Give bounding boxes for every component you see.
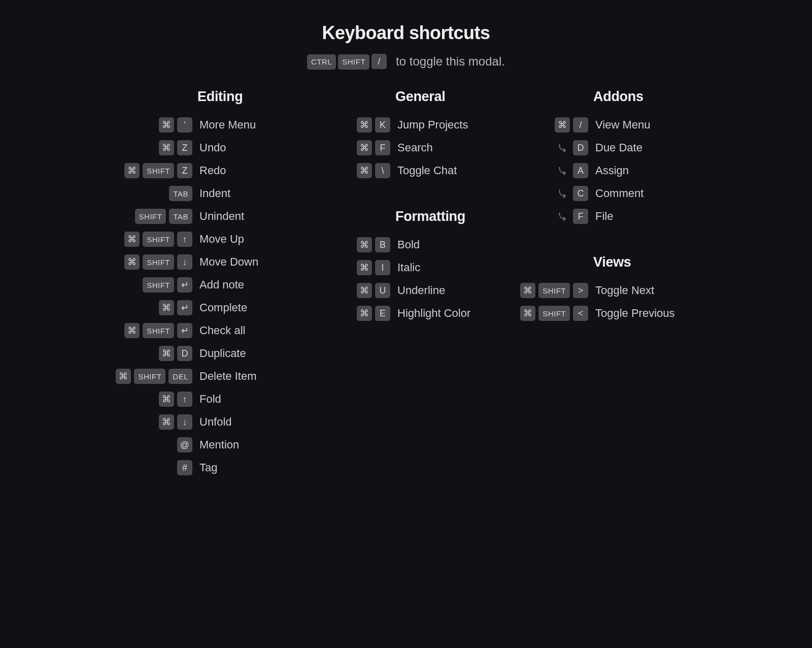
- key-enter: ↵: [177, 300, 192, 315]
- shortcut-label: Move Down: [199, 255, 258, 269]
- shortcut-keys: ⌘↵: [114, 300, 192, 315]
- shortcut-row: ⌘SHIFT↓Move Down: [114, 251, 302, 274]
- shortcut-keys: A: [510, 163, 588, 178]
- shortcut-row: ⌘IItalic: [312, 256, 500, 279]
- shortcut-label: View Menu: [595, 118, 650, 132]
- shortcut-keys: ⌘B: [312, 237, 390, 252]
- key-e: E: [375, 306, 390, 321]
- shortcut-keys: ⌘\: [312, 163, 390, 178]
- then-arrow-icon: [557, 165, 569, 177]
- key-cmd: ⌘: [357, 306, 372, 321]
- key-lt: <: [573, 306, 588, 321]
- shortcut-row: ⌘SHIFT↑Move Up: [114, 228, 302, 251]
- shortcut-keys: ⌘I: [312, 260, 390, 275]
- key-cmd: ⌘: [159, 346, 174, 361]
- key-cmd: ⌘: [357, 237, 372, 252]
- shortcut-row: ⌘FSearch: [312, 137, 500, 159]
- shortcut-keys: ⌘D: [114, 346, 192, 361]
- shortcut-label: Bold: [397, 238, 420, 251]
- key-up: ↑: [177, 392, 192, 407]
- key-a: A: [573, 163, 588, 178]
- shortcut-label: Highlight Color: [397, 307, 470, 320]
- key-z: Z: [177, 140, 192, 155]
- shortcut-keys: ⌘/: [510, 117, 588, 133]
- shortcut-row: ⌘KJump Projects: [312, 114, 500, 137]
- shortcut-keys: ⌘SHIFT<: [510, 306, 588, 321]
- shortcut-label: Undo: [199, 141, 226, 154]
- key-f: F: [375, 140, 390, 155]
- key-cmd: ⌘: [124, 163, 140, 178]
- shortcut-row: @Mention: [114, 434, 302, 457]
- shortcut-label: Unfold: [199, 415, 232, 429]
- shortcut-keys: ⌘↓: [114, 414, 192, 430]
- shortcut-row: ⌘/View Menu: [510, 114, 698, 137]
- shortcut-row: ⌘ZUndo: [114, 137, 302, 159]
- section-views: Views⌘SHIFT>Toggle Next⌘SHIFT<Toggle Pre…: [510, 254, 698, 325]
- key-cmd: ⌘: [159, 140, 174, 155]
- shortcut-keys: SHIFTTAB: [114, 209, 192, 224]
- shortcut-keys: F: [510, 209, 588, 224]
- section-general: General⌘KJump Projects⌘FSearch⌘\Toggle C…: [312, 89, 500, 182]
- shortcut-label: Tag: [199, 461, 217, 474]
- shortcut-label: Toggle Previous: [595, 307, 675, 320]
- key-down: ↓: [177, 254, 192, 270]
- key-shift: SHIFT: [143, 254, 174, 270]
- key-i: I: [375, 260, 390, 275]
- shortcut-keys: ⌘SHIFTZ: [114, 163, 192, 178]
- key-tab: TAB: [169, 209, 192, 224]
- shortcut-row: TABIndent: [114, 182, 302, 205]
- shortcut-label: Mention: [199, 438, 239, 451]
- shortcut-label: Comment: [595, 187, 644, 200]
- shortcut-label: Assign: [595, 164, 629, 177]
- key-apos: ’: [177, 117, 192, 133]
- key-cmd: ⌘: [357, 140, 372, 155]
- shortcut-row: #Tag: [114, 457, 302, 479]
- key-shift: SHIFT: [143, 277, 174, 293]
- toggle-hint: CTRLSHIFT/ to toggle this modal.: [0, 54, 812, 70]
- key-del: DEL: [168, 369, 192, 384]
- then-arrow-icon: [557, 142, 569, 154]
- key-cmd: ⌘: [357, 260, 372, 275]
- key-k: K: [375, 117, 390, 133]
- shortcut-row: ⌘BBold: [312, 234, 500, 256]
- key-cmd: ⌘: [357, 163, 372, 178]
- shortcut-row: ⌘SHIFT↵Check all: [114, 319, 302, 342]
- shortcut-columns: Editing⌘’More Menu⌘ZUndo⌘SHIFTZRedoTABIn…: [0, 89, 812, 506]
- section-editing: Editing⌘’More Menu⌘ZUndo⌘SHIFTZRedoTABIn…: [114, 89, 302, 479]
- shortcut-keys: TAB: [114, 186, 192, 201]
- then-arrow-icon: [557, 187, 569, 200]
- key-shift: SHIFT: [143, 163, 174, 178]
- key-cmd: ⌘: [520, 283, 535, 298]
- key-gt: >: [573, 283, 588, 298]
- key-z: Z: [177, 163, 192, 178]
- shortcut-row: ⌘SHIFT<Toggle Previous: [510, 302, 698, 325]
- shortcut-label: Duplicate: [199, 347, 246, 360]
- shortcut-row: ⌘↵Complete: [114, 297, 302, 319]
- shortcut-keys: ⌘SHIFT>: [510, 283, 588, 298]
- key-cmd: ⌘: [555, 117, 570, 133]
- shortcut-label: Delete Item: [199, 370, 257, 383]
- section-formatting: Formatting⌘BBold⌘IItalic⌘UUnderline⌘EHig…: [312, 209, 500, 325]
- section-title: General: [395, 89, 500, 105]
- shortcut-keys: #: [114, 460, 192, 475]
- key-d: D: [177, 346, 192, 361]
- shortcut-row: DDue Date: [510, 137, 698, 159]
- shortcut-label: Toggle Next: [595, 284, 654, 297]
- key-cmd: ⌘: [159, 117, 174, 133]
- shortcut-label: Search: [397, 141, 433, 154]
- key-enter: ↵: [177, 277, 192, 293]
- shortcut-keys: D: [510, 140, 588, 155]
- key-f: F: [573, 209, 588, 224]
- key-cmd: ⌘: [357, 117, 372, 133]
- shortcut-label: Toggle Chat: [397, 164, 457, 177]
- key-c: C: [573, 186, 588, 201]
- key-tab: TAB: [169, 186, 192, 201]
- key-ctrl: CTRL: [307, 54, 336, 70]
- key-shift: SHIFT: [538, 283, 570, 298]
- key-shift: SHIFT: [134, 369, 165, 384]
- key-slash: /: [573, 117, 588, 133]
- key-u: U: [375, 283, 390, 298]
- shortcut-keys: ⌘U: [312, 283, 390, 298]
- key-down: ↓: [177, 414, 192, 430]
- shortcut-row: ⌘UUnderline: [312, 279, 500, 302]
